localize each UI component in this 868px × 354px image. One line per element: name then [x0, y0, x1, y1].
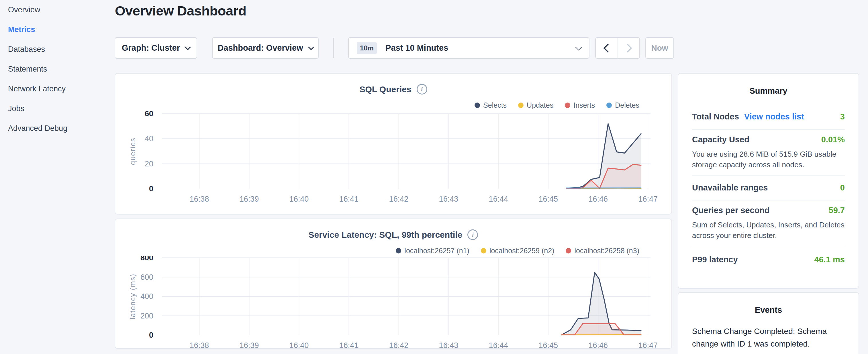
legend-dot-icon [481, 248, 486, 254]
legend-dot-icon [396, 248, 401, 254]
now-button[interactable]: Now [645, 37, 674, 59]
legend-item[interactable]: Selects [474, 101, 507, 109]
x-tick-label: 16:43 [439, 341, 459, 349]
legend-label: localhost:26259 (n2) [490, 247, 555, 255]
x-tick-label: 16:42 [389, 341, 409, 349]
y-tick-label: 600 [141, 273, 153, 282]
legend-dot-icon [565, 102, 570, 108]
graph-scope-dropdown[interactable]: Graph: Cluster [115, 37, 197, 59]
x-tick-label: 16:39 [240, 195, 259, 203]
legend-dot-icon [518, 102, 524, 108]
page-title: Overview Dashboard [115, 3, 246, 19]
chart-title-row: Service Latency: SQL, 99th percentile i [115, 229, 672, 240]
sidebar-item-advanced-debug[interactable]: Advanced Debug [0, 119, 115, 138]
info-icon[interactable]: i [467, 229, 478, 240]
summary-value: 59.7 [829, 206, 845, 215]
summary-row-unavailable-ranges: Unavailable ranges 0 [692, 175, 845, 200]
y-tick-label: 200 [141, 312, 153, 320]
sidebar-item-network-latency[interactable]: Network Latency [0, 79, 115, 99]
chevron-down-icon [308, 44, 314, 50]
legend-label: localhost:26258 (n3) [574, 247, 639, 255]
sidebar-item-jobs[interactable]: Jobs [0, 99, 115, 119]
x-tick-label: 16:41 [339, 341, 359, 349]
x-tick-label: 16:45 [539, 341, 558, 349]
info-icon[interactable]: i [417, 84, 427, 95]
x-tick-label: 16:46 [589, 195, 608, 203]
y-tick-label: 40 [145, 134, 153, 143]
x-tick-label: 16:46 [589, 341, 608, 349]
summary-label: Queries per second [692, 206, 770, 215]
legend-item[interactable]: localhost:26257 (n1) [396, 247, 469, 255]
sidebar-item-databases[interactable]: Databases [0, 39, 115, 59]
sql-queries-chart[interactable]: 16:3816:3916:4016:4116:4216:4316:4416:45… [115, 111, 672, 215]
x-tick-label: 16:40 [289, 341, 309, 349]
time-prev-button[interactable] [596, 38, 618, 58]
event-timestamp: May 13, 2020 at 4:45 PM [692, 353, 845, 354]
x-tick-label: 16:45 [539, 195, 558, 203]
y-tick-label: 400 [141, 292, 153, 301]
summary-value: 0 [840, 183, 845, 192]
controls-divider [333, 38, 334, 58]
summary-label: Capacity Used [692, 135, 749, 144]
legend-label: Selects [483, 101, 507, 109]
chart-title: Service Latency: SQL, 99th percentile [309, 230, 463, 240]
sidebar-item-metrics[interactable]: Metrics [0, 20, 115, 39]
chevron-down-icon [185, 44, 191, 50]
graph-scope-dropdown-label: Graph: Cluster [122, 43, 180, 53]
summary-label: P99 latency [692, 255, 738, 264]
y-tick-label: 0 [149, 185, 153, 193]
x-tick-label: 16:43 [439, 195, 459, 203]
summary-row-p99-latency: P99 latency 46.1 ms [692, 246, 845, 273]
legend-item[interactable]: Inserts [565, 101, 595, 109]
y-tick-label: 20 [145, 160, 153, 168]
y-tick-label: 800 [141, 256, 153, 262]
x-tick-label: 16:42 [389, 195, 409, 203]
time-next-button[interactable] [618, 38, 639, 58]
legend-label: Updates [527, 101, 553, 109]
dashboard-dropdown-label: Dashboard: Overview [217, 43, 303, 53]
legend-dot-icon [474, 102, 480, 108]
chevron-right-icon [623, 43, 632, 53]
legend-item[interactable]: localhost:26259 (n2) [481, 247, 555, 255]
x-tick-label: 16:39 [240, 341, 259, 349]
sidebar: Overview Metrics Databases Statements Ne… [0, 0, 115, 138]
x-tick-label: 16:44 [489, 195, 508, 203]
events-panel: Events Schema Change Completed: Schema c… [678, 292, 859, 354]
service-latency-chart-card: Service Latency: SQL, 99th percentile i … [115, 219, 672, 349]
chart-legend: SelectsUpdatesInsertsDeletes [474, 101, 639, 109]
x-tick-label: 16:44 [489, 341, 508, 349]
sql-queries-chart-card: SQL Queries i SelectsUpdatesInsertsDelet… [115, 73, 672, 215]
summary-value: 0.01% [821, 135, 845, 144]
time-step-control [595, 37, 640, 59]
sidebar-item-statements[interactable]: Statements [0, 59, 115, 79]
legend-label: localhost:26257 (n1) [404, 247, 469, 255]
x-tick-label: 16:47 [639, 195, 658, 203]
x-tick-label: 16:41 [339, 195, 359, 203]
view-nodes-list-link[interactable]: View nodes list [744, 112, 804, 122]
x-tick-label: 16:38 [190, 195, 209, 203]
legend-item[interactable]: localhost:26258 (n3) [566, 247, 639, 255]
legend-item[interactable]: Updates [518, 101, 553, 109]
summary-title: Summary [692, 74, 845, 96]
time-range-dropdown[interactable]: 10m Past 10 Minutes [348, 37, 589, 59]
summary-row-total-nodes: Total Nodes View nodes list 3 [692, 104, 845, 129]
summary-label: Unavailable ranges [692, 183, 768, 192]
summary-label: Total Nodes [692, 112, 739, 122]
chart-title-row: SQL Queries i [115, 84, 672, 95]
time-range-label: Past 10 Minutes [385, 43, 448, 53]
event-message: Schema Change Completed: Schema change w… [692, 325, 845, 350]
service-latency-chart[interactable]: 16:3816:3916:4016:4116:4216:4316:4416:45… [115, 256, 672, 349]
y-axis-label: latency (ms) [129, 273, 137, 319]
sidebar-item-overview[interactable]: Overview [0, 0, 115, 20]
y-tick-label: 0 [149, 331, 153, 340]
summary-description: You are using 28.6 MiB of 515.9 GiB usab… [692, 149, 845, 170]
chevron-left-icon [603, 43, 612, 53]
dashboard-dropdown[interactable]: Dashboard: Overview [212, 37, 319, 59]
legend-item[interactable]: Deletes [607, 101, 639, 109]
legend-dot-icon [607, 102, 612, 108]
summary-row-queries-per-second: Queries per second 59.7 Sum of Selects, … [692, 200, 845, 246]
events-title: Events [692, 293, 845, 315]
event-list-item[interactable]: Schema Change Completed: Schema change w… [692, 325, 845, 354]
x-tick-label: 16:47 [639, 341, 658, 349]
y-tick-label: 60 [145, 111, 153, 118]
